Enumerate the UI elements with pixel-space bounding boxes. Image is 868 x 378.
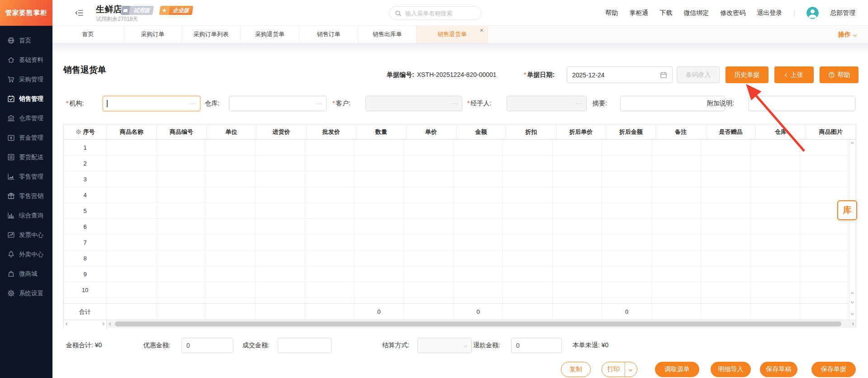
grid-cell[interactable] bbox=[553, 203, 602, 219]
grid-cell[interactable] bbox=[107, 250, 157, 266]
grid-cell[interactable] bbox=[553, 298, 602, 303]
scroll-down-icon[interactable] bbox=[851, 312, 854, 315]
tab-销售订单[interactable]: 销售订单 bbox=[299, 26, 358, 43]
grid-cell[interactable] bbox=[256, 219, 305, 235]
grid-cell[interactable] bbox=[206, 266, 256, 282]
sidebar-item-gift[interactable]: 零售营销 bbox=[0, 186, 52, 206]
row-number-cell[interactable] bbox=[64, 298, 107, 303]
grid-cell[interactable] bbox=[305, 203, 355, 219]
grid-cell[interactable] bbox=[652, 250, 702, 266]
grid-cell[interactable] bbox=[701, 156, 751, 171]
grid-cell[interactable] bbox=[305, 156, 355, 171]
table-row[interactable]: 9 bbox=[64, 266, 850, 282]
fixed-column-scrollbar[interactable] bbox=[64, 320, 107, 328]
grid-cell[interactable] bbox=[305, 219, 355, 235]
grid-cell[interactable] bbox=[355, 187, 404, 203]
grid-cell[interactable] bbox=[503, 282, 553, 298]
grid-cell[interactable] bbox=[355, 140, 404, 156]
grid-cell[interactable] bbox=[701, 266, 751, 282]
field-input-5[interactable] bbox=[749, 96, 855, 111]
grid-cell[interactable] bbox=[503, 235, 553, 250]
grid-cell[interactable] bbox=[355, 235, 404, 250]
grid-cell[interactable] bbox=[701, 282, 751, 298]
grid-cell[interactable] bbox=[107, 298, 157, 303]
grid-cell[interactable] bbox=[751, 282, 801, 298]
grid-cell[interactable] bbox=[701, 219, 751, 235]
grid-cell[interactable] bbox=[256, 235, 305, 250]
grid-cell[interactable] bbox=[404, 250, 454, 266]
grid-cell[interactable] bbox=[503, 203, 553, 219]
row-number-cell[interactable]: 10 bbox=[64, 282, 107, 298]
grid-cell[interactable] bbox=[256, 250, 305, 266]
grid-cell[interactable] bbox=[602, 250, 652, 266]
grid-cell[interactable] bbox=[602, 140, 652, 156]
grid-cell[interactable] bbox=[355, 156, 404, 171]
sidebar-item-list[interactable]: 要货配送 bbox=[0, 147, 52, 167]
topbar-link[interactable]: 帮助 bbox=[605, 9, 618, 17]
grid-cell[interactable] bbox=[404, 140, 454, 156]
grid-cell[interactable] bbox=[355, 282, 404, 298]
grid-cell[interactable] bbox=[305, 235, 355, 250]
grid-cell[interactable] bbox=[157, 250, 206, 266]
grid-cell[interactable] bbox=[602, 219, 652, 235]
grid-cell[interactable] bbox=[701, 171, 751, 187]
grid-cell[interactable] bbox=[355, 203, 404, 219]
field-input-1[interactable]: ··· bbox=[229, 96, 327, 111]
gear-icon[interactable] bbox=[76, 129, 81, 135]
topbar-link[interactable]: 下载 bbox=[659, 9, 672, 17]
grid-cell[interactable] bbox=[503, 250, 553, 266]
row-number-cell[interactable]: 1 bbox=[64, 140, 107, 156]
grid-cell[interactable] bbox=[256, 298, 305, 303]
grid-cell[interactable] bbox=[800, 156, 850, 171]
table-row[interactable]: 10 bbox=[64, 282, 850, 298]
tab-首页[interactable]: 首页 bbox=[52, 26, 124, 43]
sidebar-collapse-icon[interactable] bbox=[75, 9, 84, 17]
sidebar-item-cart[interactable]: 采购管理 bbox=[0, 70, 52, 89]
row-number-cell[interactable]: 2 bbox=[64, 156, 107, 171]
grid-cell[interactable] bbox=[157, 171, 206, 187]
sidebar-item-home[interactable]: 基础资料 bbox=[0, 50, 52, 70]
table-row[interactable]: 7 bbox=[64, 235, 850, 250]
grid-cell[interactable] bbox=[256, 282, 305, 298]
grid-cell[interactable] bbox=[305, 266, 355, 282]
grid-cell[interactable] bbox=[454, 187, 503, 203]
grid-cell[interactable] bbox=[701, 250, 751, 266]
warehouse-float-button[interactable]: 库 bbox=[837, 200, 857, 220]
table-row[interactable]: 2 bbox=[64, 156, 850, 171]
grid-cell[interactable] bbox=[107, 203, 157, 219]
menu-search[interactable] bbox=[389, 6, 482, 20]
grid-cell[interactable] bbox=[553, 156, 602, 171]
row-number-cell[interactable]: 9 bbox=[64, 266, 107, 282]
grid-cell[interactable] bbox=[652, 187, 702, 203]
topbar-link[interactable]: 修改密码 bbox=[720, 9, 745, 17]
grid-cell[interactable] bbox=[751, 235, 801, 250]
row-number-cell[interactable]: 6 bbox=[64, 219, 107, 235]
grid-cell[interactable] bbox=[404, 219, 454, 235]
grid-cell[interactable] bbox=[800, 140, 850, 156]
scroll-left-icon[interactable] bbox=[66, 322, 69, 326]
grid-cell[interactable] bbox=[355, 171, 404, 187]
grid-cell[interactable] bbox=[157, 203, 206, 219]
sidebar-item-wallet[interactable]: 资金管理 bbox=[0, 128, 52, 147]
grid-cell[interactable] bbox=[701, 187, 751, 203]
row-number-cell[interactable]: 4 bbox=[64, 187, 107, 203]
table-row[interactable]: 8 bbox=[64, 250, 850, 266]
grid-cell[interactable] bbox=[256, 203, 305, 219]
close-icon[interactable]: × bbox=[480, 27, 484, 34]
grid-cell[interactable] bbox=[652, 156, 702, 171]
grid-cell[interactable] bbox=[256, 266, 305, 282]
grid-cell[interactable] bbox=[701, 235, 751, 250]
grid-cell[interactable] bbox=[107, 235, 157, 250]
grid-cell[interactable] bbox=[553, 140, 602, 156]
sidebar-item-gear[interactable]: 系统设置 bbox=[0, 284, 52, 303]
grid-cell[interactable] bbox=[602, 298, 652, 303]
current-user[interactable]: 总部管理 bbox=[830, 9, 855, 17]
grid-cell[interactable] bbox=[355, 219, 404, 235]
grid-cell[interactable] bbox=[751, 156, 801, 171]
ellipsis-picker-icon[interactable]: ··· bbox=[190, 100, 196, 107]
grid-cell[interactable] bbox=[404, 156, 454, 171]
grid-cell[interactable] bbox=[157, 140, 206, 156]
grid-cell[interactable] bbox=[157, 219, 206, 235]
grid-cell[interactable] bbox=[503, 219, 553, 235]
grid-cell[interactable] bbox=[503, 156, 553, 171]
